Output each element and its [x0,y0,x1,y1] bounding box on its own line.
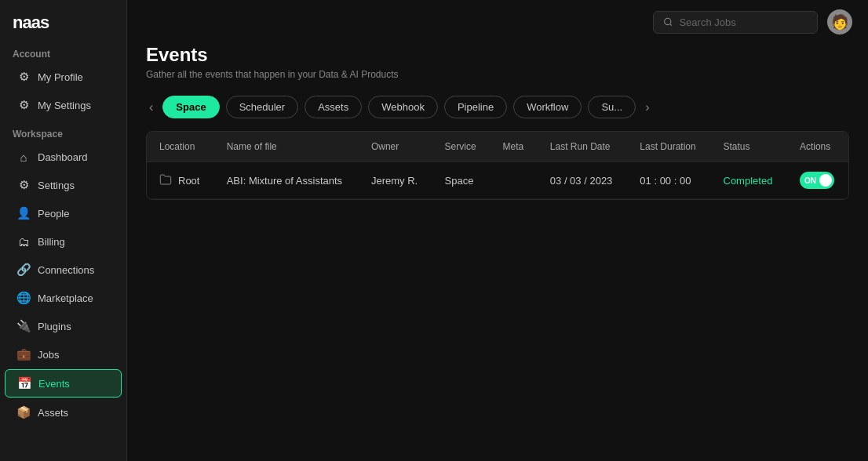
col-location: Location [147,132,214,162]
tab-space[interactable]: Space [162,96,219,118]
col-name-of-file: Name of file [214,132,359,162]
main-content: 🧑 Events Gather all the events that happ… [127,0,868,461]
page-subtitle: Gather all the events that happen in you… [146,69,849,80]
sidebar-item-label: People [38,208,69,220]
link-icon: 🔗 [17,263,30,276]
search-input[interactable] [679,16,808,28]
page-content: Events Gather all the events that happen… [127,44,868,461]
sidebar-item-label: Jobs [38,349,59,361]
sidebar: naas Account ⚙ My Profile ⚙ My Settings … [0,0,127,461]
cell-last-duration: 01 : 00 : 00 [627,162,710,199]
toggle-on[interactable]: ON [800,172,834,189]
gear-icon: ⚙ [17,99,30,111]
sidebar-item-marketplace[interactable]: 🌐 Marketplace [5,285,122,311]
globe-icon: 🌐 [17,292,30,304]
tab-workflow[interactable]: Workflow [513,96,582,118]
tab-assets[interactable]: Assets [305,96,362,118]
tab-pipeline[interactable]: Pipeline [444,96,507,118]
col-last-duration: Last Duration [627,132,710,162]
svg-point-0 [665,18,671,24]
plugin-icon: 🔌 [17,320,30,332]
location-value: Root [178,175,199,187]
sidebar-item-label: Settings [38,180,75,191]
cell-location: Root [147,162,214,199]
cell-service: Space [432,162,491,199]
sidebar-item-label: Billing [38,236,65,248]
folder-icon [159,173,172,188]
search-box[interactable] [653,11,818,34]
sidebar-item-events[interactable]: 📅 Events [5,369,122,397]
sidebar-item-connections[interactable]: 🔗 Connections [5,256,122,283]
account-section-label: Account [0,39,126,63]
workspace-section-label: Workspace [0,119,126,143]
sidebar-item-label: My Settings [38,100,91,111]
cell-actions[interactable]: ON [787,162,848,199]
avatar: 🧑 [827,9,852,34]
search-icon [663,16,673,27]
events-icon: 📅 [18,377,31,390]
sidebar-item-dashboard[interactable]: ⌂ Dashboard [5,143,122,170]
tab-scheduler[interactable]: Scheduler [226,96,299,118]
table-row: Root ABI: Mixture of Assistants Jeremy R… [147,162,848,199]
cell-meta [491,162,538,199]
events-table: Location Name of file Owner Service Meta… [146,131,849,200]
tab-su[interactable]: Su... [588,96,636,118]
filter-tabs: ‹ Space Scheduler Assets Webhook Pipelin… [146,96,849,118]
gear-icon: ⚙ [17,71,30,83]
col-last-run-date: Last Run Date [538,132,628,162]
billing-icon: 🗂 [17,235,30,248]
people-icon: 👤 [17,207,30,220]
col-actions: Actions [787,132,848,162]
assets-icon: 📦 [17,406,30,419]
sidebar-item-label: Marketplace [38,292,93,304]
sidebar-item-label: Events [38,378,70,390]
sidebar-item-people[interactable]: 👤 People [5,200,122,227]
topbar: 🧑 [127,0,868,44]
col-service: Service [432,132,491,162]
next-tab-arrow[interactable]: › [642,97,652,118]
col-owner: Owner [359,132,432,162]
cell-owner: Jeremy R. [359,162,432,199]
col-meta: Meta [491,132,538,162]
sidebar-item-my-settings[interactable]: ⚙ My Settings [5,92,122,118]
logo: naas [0,0,126,39]
toggle-label: ON [804,176,816,185]
sidebar-item-my-profile[interactable]: ⚙ My Profile [5,64,122,90]
gear-icon: ⚙ [17,179,30,191]
sidebar-item-label: Connections [38,264,94,276]
sidebar-item-jobs[interactable]: 💼 Jobs [5,341,122,368]
sidebar-item-assets[interactable]: 📦 Assets [5,399,122,426]
sidebar-item-label: My Profile [38,71,83,83]
svg-line-1 [670,24,672,25]
tab-webhook[interactable]: Webhook [368,96,438,118]
sidebar-item-label: Dashboard [38,151,88,163]
sidebar-item-billing[interactable]: 🗂 Billing [5,228,122,255]
sidebar-item-settings[interactable]: ⚙ Settings [5,172,122,198]
jobs-icon: 💼 [17,348,30,361]
cell-last-run-date: 03 / 03 / 2023 [538,162,628,199]
col-status: Status [711,132,787,162]
home-icon: ⌂ [17,151,30,163]
page-title: Events [146,44,849,66]
cell-name-of-file: ABI: Mixture of Assistants [214,162,359,199]
sidebar-item-plugins[interactable]: 🔌 Plugins [5,313,122,339]
sidebar-item-label: Plugins [38,321,71,332]
status-badge: Completed [724,175,773,187]
sidebar-item-label: Assets [38,407,68,419]
prev-tab-arrow[interactable]: ‹ [146,97,156,118]
cell-status: Completed [711,162,787,199]
